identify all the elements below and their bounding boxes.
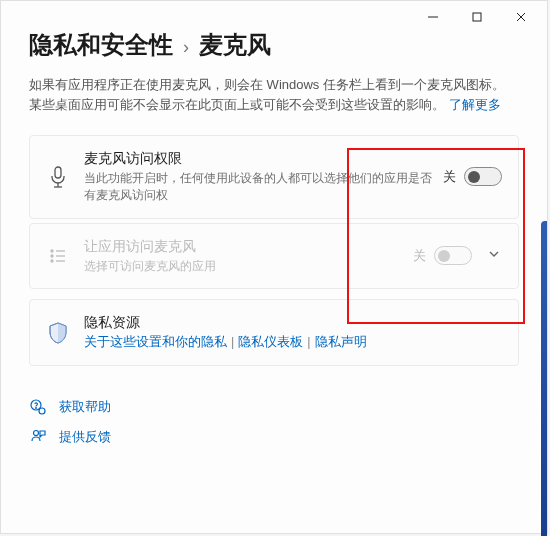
svg-point-9 [51, 255, 53, 257]
toggle-label: 关 [443, 168, 456, 186]
svg-point-7 [51, 250, 53, 252]
card-privacy-resources: 隐私资源 关于这些设置和你的隐私|隐私仪表板|隐私声明 [29, 299, 519, 366]
link-privacy-statement[interactable]: 隐私声明 [315, 335, 367, 349]
page-description: 如果有应用程序正在使用麦克风，则会在 Windows 任务栏上看到一个麦克风图标… [29, 75, 519, 115]
breadcrumb-separator-icon: › [183, 37, 189, 58]
svg-point-14 [36, 408, 37, 409]
svg-rect-1 [473, 13, 481, 21]
learn-more-link[interactable]: 了解更多 [449, 97, 501, 112]
card-title: 隐私资源 [84, 314, 494, 332]
give-feedback-label: 提供反馈 [59, 428, 111, 446]
link-about-settings[interactable]: 关于这些设置和你的隐私 [84, 335, 227, 349]
settings-window: 隐私和安全性 › 麦克风 如果有应用程序正在使用麦克风，则会在 Windows … [0, 0, 548, 534]
card-title: 麦克风访问权限 [84, 150, 435, 168]
get-help-link[interactable]: 获取帮助 [29, 392, 519, 422]
apps-list-icon [44, 247, 72, 265]
svg-point-11 [51, 260, 53, 262]
card-apps-access[interactable]: 让应用访问麦克风 选择可访问麦克风的应用 关 [29, 223, 519, 290]
content-area: 隐私和安全性 › 麦克风 如果有应用程序正在使用麦克风，则会在 Windows … [1, 29, 547, 452]
breadcrumb-parent[interactable]: 隐私和安全性 [29, 29, 173, 61]
card-title: 让应用访问麦克风 [84, 238, 405, 256]
svg-point-15 [39, 408, 45, 414]
minimize-button[interactable] [411, 3, 455, 31]
footer-links: 获取帮助 提供反馈 [29, 392, 519, 452]
chevron-down-icon [486, 248, 502, 263]
svg-point-16 [34, 431, 39, 436]
card-subtitle: 当此功能开启时，任何使用此设备的人都可以选择他们的应用是否有麦克风访问权 [84, 170, 435, 203]
card-microphone-access: 麦克风访问权限 当此功能开启时，任何使用此设备的人都可以选择他们的应用是否有麦克… [29, 135, 519, 218]
apps-access-toggle [434, 246, 472, 265]
breadcrumb: 隐私和安全性 › 麦克风 [29, 29, 519, 61]
microphone-icon [44, 166, 72, 188]
card-subtitle: 选择可访问麦克风的应用 [84, 258, 405, 275]
help-icon [29, 399, 47, 415]
desktop-edge-decoration [541, 221, 547, 536]
toggle-label: 关 [413, 247, 426, 265]
feedback-icon [29, 429, 47, 445]
microphone-access-toggle[interactable] [464, 167, 502, 186]
description-text: 如果有应用程序正在使用麦克风，则会在 Windows 任务栏上看到一个麦克风图标… [29, 77, 505, 112]
link-privacy-dashboard[interactable]: 隐私仪表板 [238, 335, 303, 349]
maximize-button[interactable] [455, 3, 499, 31]
get-help-label: 获取帮助 [59, 398, 111, 416]
privacy-links: 关于这些设置和你的隐私|隐私仪表板|隐私声明 [84, 334, 494, 351]
give-feedback-link[interactable]: 提供反馈 [29, 422, 519, 452]
shield-icon [44, 322, 72, 344]
svg-rect-4 [55, 167, 61, 178]
close-button[interactable] [499, 3, 543, 31]
breadcrumb-current: 麦克风 [199, 29, 271, 61]
